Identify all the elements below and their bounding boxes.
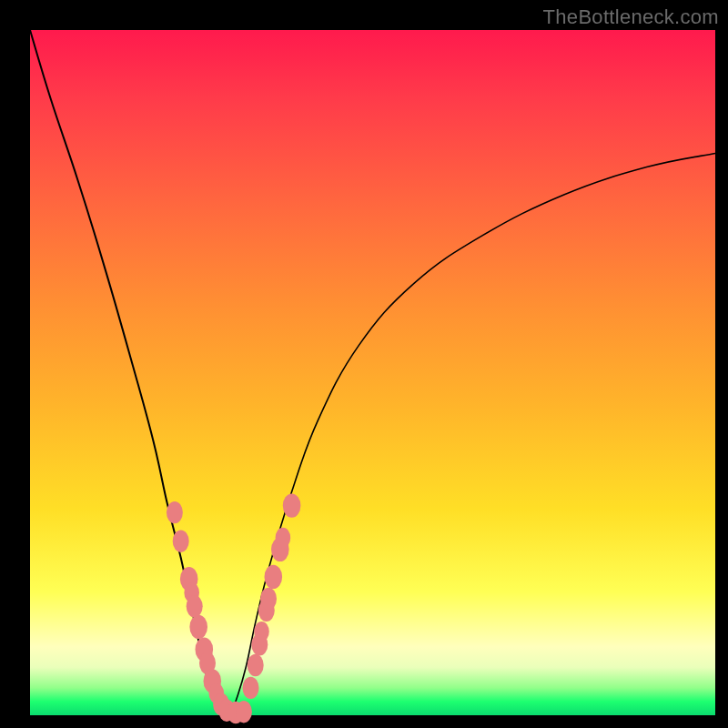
bead-left-4 [187,595,203,617]
watermark-text: TheBottleneck.com [543,5,719,29]
curve-group [30,30,715,715]
bead-left-13 [236,701,252,723]
bead-left-0 [167,501,183,523]
bead-right-3 [254,622,269,642]
chart-svg [30,30,715,715]
bead-right-6 [265,565,283,589]
bead-right-5 [260,588,277,610]
chart-frame: TheBottleneck.com [0,0,728,728]
bead-left-1 [173,531,189,552]
plot-area [30,30,715,715]
bead-right-8 [276,528,291,548]
bead-right-1 [248,654,264,676]
bead-right-0 [243,677,259,699]
bead-left-5 [189,615,207,639]
curve-right [228,154,715,716]
bead-right-9 [283,493,301,517]
